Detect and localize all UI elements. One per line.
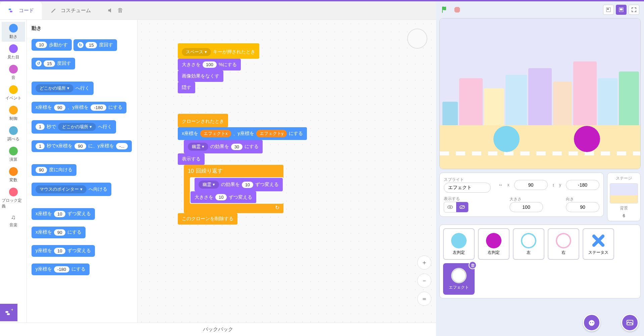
block-hide[interactable]: 隠す (178, 82, 195, 93)
sprite-item-label: 右 (561, 250, 566, 255)
backpack-panel[interactable]: バックパック (0, 323, 436, 336)
tab-code[interactable]: コード (0, 1, 42, 19)
category-sound[interactable]: 音 (2, 63, 25, 83)
category-control[interactable]: 制御 (2, 104, 25, 124)
block-set-effect[interactable]: 幽霊 ▾の効果を30にする (184, 140, 263, 153)
extension-icon: + (4, 308, 13, 317)
editor-tabs: コード コスチューム 音 (0, 1, 436, 20)
category-variables[interactable]: 変数 (2, 165, 25, 185)
add-extension-button[interactable]: + (0, 304, 17, 321)
block-delete-clone[interactable]: このクローンを削除する (178, 213, 237, 225)
tab-costumes-label: コスチューム (61, 7, 91, 14)
svg-rect-0 (9, 9, 11, 10)
sprite-thumbnail (591, 233, 606, 248)
block-point-dir[interactable]: 90度に向ける (32, 164, 76, 176)
block-move-steps[interactable]: 10歩動かす (32, 39, 72, 51)
category-myblocks[interactable]: ブロック定義 (2, 186, 25, 211)
sprite-item[interactable]: 右判定 (478, 228, 509, 260)
size-label: 大きさ (509, 196, 543, 202)
block-clear-effects[interactable]: 画像効果をなくす (178, 70, 223, 82)
category-events[interactable]: イベント (2, 83, 25, 103)
sprite-direction-input[interactable] (566, 202, 599, 212)
sprite-size-input[interactable] (509, 202, 543, 212)
category-sensing[interactable]: 調べる (2, 124, 25, 144)
block-change-effect[interactable]: 幽霊 ▾の効果を10ずつ変える (195, 178, 283, 191)
zoom-in-button[interactable]: ＋ (417, 255, 431, 270)
stage-thumbnail[interactable] (610, 183, 638, 203)
category-motion[interactable]: 動き (2, 22, 25, 42)
category-looks[interactable]: 見た目 (2, 42, 25, 62)
block-change-size[interactable]: 大きさを10ずつ変える (191, 191, 256, 203)
tab-sounds[interactable]: 音 (99, 1, 131, 19)
stage-small-button[interactable] (603, 5, 614, 15)
green-flag-icon[interactable] (441, 6, 449, 14)
sprite-thumbnail (556, 233, 571, 248)
sprite-x-input[interactable] (514, 180, 548, 190)
fullscreen-button[interactable] (629, 5, 639, 15)
svg-rect-1 (10, 11, 12, 12)
stage-sprite-right[interactable] (574, 126, 600, 152)
stage-sprite-left[interactable] (493, 126, 520, 152)
block-when-cloned[interactable]: クローンされたとき (178, 114, 228, 127)
sprite-item-label: エフェクト (449, 285, 469, 290)
backdrops-label: 背景 (620, 205, 628, 211)
sprite-y-input[interactable] (566, 180, 599, 190)
category-label: 音楽 (9, 222, 17, 228)
zoom-reset-button[interactable]: ＝ (417, 292, 431, 306)
tab-code-label: コード (19, 7, 34, 14)
sprite-thumbnail (451, 233, 467, 248)
code-icon (8, 7, 15, 14)
sprite-item[interactable]: 左 (513, 228, 544, 260)
block-when-key-pressed[interactable]: スペース ▾キーが押されたとき (178, 43, 259, 59)
category-label: 見た目 (7, 54, 19, 60)
block-change-x[interactable]: x座標を10ずつ変える (32, 208, 95, 220)
block-set-y[interactable]: y座標を-180にする (32, 263, 90, 275)
sprite-info-panel: スプライト ↔x ↕y 表示する (439, 173, 604, 217)
sprite-item[interactable]: エフェクト🗑 (443, 263, 475, 295)
stage-selector[interactable]: ステージ 背景 6 (607, 173, 641, 221)
turn-ccw-icon: ↺ (36, 60, 42, 66)
stop-icon[interactable] (453, 6, 461, 13)
block-goto-menu[interactable]: どこかの場所 ▾へ行く (32, 82, 94, 95)
delete-sprite-button[interactable]: 🗑 (469, 261, 477, 269)
show-label: 表示する (444, 196, 469, 202)
sprite-item[interactable]: 右 (548, 228, 579, 260)
block-palette[interactable]: 動き 10歩動かす ↻15度回す ↺15度回す どこかの場所 ▾へ行く x座標を… (27, 20, 138, 323)
add-backdrop-button[interactable] (621, 314, 639, 331)
block-set-x[interactable]: x座標を90にする (32, 227, 86, 238)
sprite-item[interactable]: ステータス (583, 228, 614, 260)
sprite-name-input[interactable] (444, 183, 491, 193)
block-goto-xy[interactable]: x座標を90、y座標を-180にする (32, 102, 126, 113)
block-turn-ccw[interactable]: ↺15度回す (32, 58, 75, 69)
block-glide-menu[interactable]: 1秒でどこかの場所 ▾へ行く (32, 120, 116, 134)
category-operators[interactable]: 演算 (2, 145, 25, 164)
xy-icon: ↔ (498, 182, 503, 187)
block-point-towards[interactable]: マウスのポインター ▾へ向ける (32, 183, 111, 196)
block-glide-xy[interactable]: 1秒でx座標を90に、y座標を-... (32, 140, 132, 152)
palette-header: 動き (32, 25, 132, 32)
music-note-icon: ♫ (11, 214, 16, 221)
visibility-show-button[interactable] (444, 202, 456, 212)
scripts-workspace[interactable]: スペース ▾キーが押されたとき 大きさを100%にする 画像効果をなくす 隠す … (138, 20, 436, 323)
cat-icon (587, 318, 596, 327)
block-categories: 動き 見た目 音 イベント 制御 調べる 演算 変数 ブロック定義 ♫音楽 (0, 20, 27, 323)
block-change-y[interactable]: y座標を10ずつ変える (32, 245, 95, 257)
add-sprite-button[interactable] (583, 314, 600, 331)
stage-header (436, 1, 644, 18)
backdrops-count: 6 (623, 213, 625, 218)
tab-costumes[interactable]: コスチューム (42, 1, 99, 19)
block-goto-xy-vars[interactable]: x座標をエフェクトx、y座標をエフェクトyにする (178, 127, 307, 140)
block-repeat[interactable]: 10回繰り返す 幽霊 ▾の効果を10ずつ変える 大きさを10ずつ変える (184, 165, 283, 213)
sprite-item-label: 左判定 (453, 250, 465, 255)
block-turn-cw[interactable]: ↻15度回す (73, 39, 117, 51)
visibility-hide-button[interactable] (456, 202, 468, 212)
speaker-icon (107, 7, 114, 14)
category-music[interactable]: ♫音楽 (2, 212, 25, 230)
stage-large-button[interactable] (616, 5, 627, 15)
block-set-size[interactable]: 大きさを100%にする (178, 59, 241, 70)
sprite-item[interactable]: 左判定 (443, 228, 475, 260)
stage-canvas[interactable] (439, 18, 641, 169)
sprite-thumbnail (521, 233, 536, 248)
block-show[interactable]: 表示する (178, 153, 205, 165)
zoom-out-button[interactable]: － (417, 274, 431, 288)
